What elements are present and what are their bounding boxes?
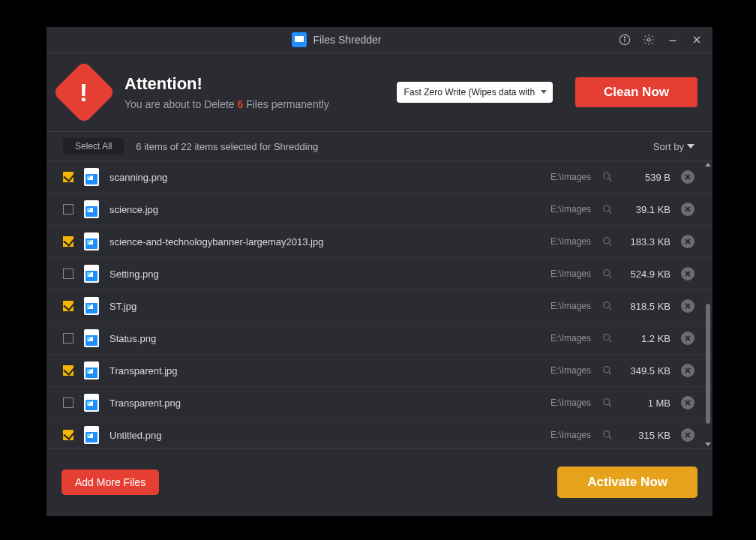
svg-point-3 — [647, 38, 650, 41]
locate-icon[interactable] — [602, 268, 614, 280]
locate-icon[interactable] — [602, 332, 614, 344]
image-file-icon — [84, 265, 99, 283]
file-path: E:\Images — [550, 268, 591, 279]
svg-point-2 — [624, 37, 625, 38]
file-size: 183.3 KB — [624, 236, 670, 248]
file-row: Setting.pngE:\Images524.9 KB — [46, 258, 712, 290]
app-window: Files Shredder ! Attention! You are abou… — [46, 27, 712, 516]
row-checkbox[interactable] — [63, 365, 74, 376]
svg-line-24 — [609, 308, 611, 310]
row-checkbox[interactable] — [63, 301, 74, 311]
close-icon[interactable] — [690, 33, 704, 46]
locate-icon[interactable] — [602, 300, 614, 312]
remove-row-button[interactable] — [681, 396, 694, 410]
image-file-icon — [84, 362, 99, 380]
remove-row-button[interactable] — [681, 364, 694, 377]
scroll-down-icon[interactable] — [705, 442, 711, 446]
file-size: 349.5 KB — [624, 365, 670, 376]
file-path: E:\Images — [550, 301, 591, 311]
remove-row-button[interactable] — [681, 170, 694, 184]
svg-line-32 — [609, 372, 611, 374]
file-size: 315 KB — [624, 430, 670, 441]
remove-row-button[interactable] — [681, 428, 694, 442]
add-more-files-button[interactable]: Add More Files — [62, 470, 159, 495]
locate-icon[interactable] — [602, 171, 614, 183]
scroll-up-icon[interactable] — [705, 163, 711, 166]
file-name: Transparent.png — [110, 398, 540, 409]
file-size: 39.1 KB — [624, 204, 670, 215]
svg-line-16 — [609, 243, 611, 245]
scrollbar[interactable] — [705, 161, 711, 448]
file-row: science-and-technologybanner-largemay201… — [46, 226, 712, 258]
row-checkbox[interactable] — [63, 398, 74, 408]
remove-row-button[interactable] — [681, 202, 694, 216]
app-icon — [292, 32, 307, 47]
row-checkbox[interactable] — [63, 236, 74, 247]
file-path: E:\Images — [550, 365, 591, 376]
scroll-thumb[interactable] — [706, 304, 710, 424]
svg-line-20 — [609, 275, 611, 278]
locate-icon[interactable] — [602, 397, 614, 409]
attention-banner: ! Attention! You are about to Delete 6 F… — [46, 53, 712, 132]
svg-point-35 — [604, 399, 610, 405]
file-name: Untitled.png — [110, 430, 540, 441]
file-list-container: scanning.pngE:\Images539 Bscience.jpgE:\… — [46, 161, 712, 448]
shred-method-select[interactable]: Fast Zero Write (Wipes data with — [397, 82, 554, 103]
svg-point-15 — [604, 238, 610, 244]
svg-point-11 — [604, 206, 610, 212]
file-size: 1 MB — [624, 398, 670, 409]
locate-icon[interactable] — [602, 364, 614, 376]
svg-line-40 — [609, 436, 611, 439]
file-name: Status.png — [110, 333, 540, 344]
svg-point-7 — [604, 173, 610, 179]
image-file-icon — [84, 394, 99, 412]
locate-icon[interactable] — [602, 236, 614, 248]
banner-heading: Attention! — [124, 74, 329, 94]
row-checkbox[interactable] — [63, 268, 74, 279]
file-row: Transparent.pngE:\Images1 MB — [46, 387, 712, 419]
file-name: ST.jpg — [110, 301, 540, 312]
image-file-icon — [84, 329, 99, 347]
file-path: E:\Images — [550, 333, 591, 344]
file-size: 524.9 KB — [624, 268, 670, 280]
row-checkbox[interactable] — [63, 172, 74, 182]
file-name: Setting.png — [110, 268, 540, 280]
minimize-icon[interactable] — [666, 33, 680, 46]
file-size: 1.2 KB — [624, 333, 670, 344]
file-path: E:\Images — [550, 398, 591, 408]
locate-icon[interactable] — [602, 203, 614, 215]
gear-icon[interactable] — [642, 33, 656, 46]
file-row: Status.pngE:\Images1.2 KB — [46, 322, 712, 355]
file-path: E:\Images — [550, 236, 591, 247]
file-name: science-and-technologybanner-largemay201… — [110, 236, 540, 248]
image-file-icon — [84, 426, 99, 444]
svg-line-8 — [609, 178, 611, 181]
remove-row-button[interactable] — [681, 299, 694, 313]
row-checkbox[interactable] — [63, 430, 74, 440]
sort-by-button[interactable]: Sort by — [653, 141, 694, 152]
row-checkbox[interactable] — [63, 204, 74, 214]
remove-row-button[interactable] — [681, 267, 694, 280]
file-row: ST.jpgE:\Images818.5 KB — [46, 290, 712, 322]
file-path: E:\Images — [550, 204, 591, 214]
info-icon[interactable] — [618, 33, 632, 46]
warning-icon: ! — [52, 61, 116, 124]
image-file-icon — [84, 168, 99, 186]
row-checkbox[interactable] — [63, 333, 74, 344]
clean-now-button[interactable]: Clean Now — [575, 77, 698, 107]
footer: Add More Files Activate Now — [46, 448, 712, 516]
remove-row-button[interactable] — [681, 332, 694, 345]
activate-now-button[interactable]: Activate Now — [557, 466, 698, 498]
svg-point-19 — [604, 270, 610, 276]
svg-line-12 — [609, 211, 611, 213]
file-name: Transparent.jpg — [110, 365, 540, 376]
svg-point-39 — [604, 431, 610, 437]
selection-status: 6 items of 22 items selected for Shreddi… — [136, 141, 640, 152]
file-path: E:\Images — [550, 172, 591, 182]
select-all-button[interactable]: Select All — [63, 138, 124, 154]
file-path: E:\Images — [550, 430, 591, 440]
image-file-icon — [84, 200, 99, 218]
remove-row-button[interactable] — [681, 235, 694, 248]
locate-icon[interactable] — [602, 429, 614, 441]
svg-line-28 — [609, 340, 611, 342]
